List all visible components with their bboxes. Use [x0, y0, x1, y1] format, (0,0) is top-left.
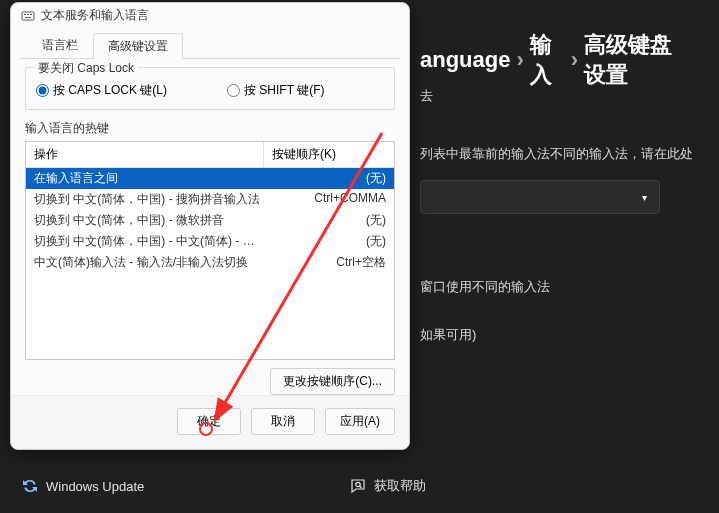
capslock-group: 要关闭 Caps Lock 按 CAPS LOCK 键(L) 按 SHIFT 键… — [25, 67, 395, 110]
radio-shift-input[interactable] — [227, 84, 240, 97]
input-method-dropdown[interactable]: ▾ — [420, 180, 660, 214]
dialog-tabs: 语言栏 高级键设置 — [19, 28, 401, 59]
bg-fragment: 如果可用) — [420, 326, 476, 344]
row-key: (无) — [264, 212, 386, 229]
list-row[interactable]: 切换到 中文(简体，中国) - 搜狗拼音输入法 Ctrl+COMMA — [26, 189, 394, 210]
row-action: 切换到 中文(简体，中国) - 搜狗拼音输入法 — [34, 191, 264, 208]
breadcrumb-input[interactable]: 输入 — [530, 30, 565, 90]
svg-rect-4 — [30, 14, 32, 15]
apply-button[interactable]: 应用(A) — [325, 408, 395, 435]
hotkeys-list[interactable]: 操作 按键顺序(K) 在输入语言之间 (无) 切换到 中文(简体，中国) - 搜… — [25, 141, 395, 360]
tab-language-bar[interactable]: 语言栏 — [27, 32, 93, 58]
row-action: 切换到 中文(简体，中国) - 微软拼音 — [34, 212, 264, 229]
list-row[interactable]: 切换到 中文(简体，中国) - 微软拼音 (无) — [26, 210, 394, 231]
cancel-button[interactable]: 取消 — [251, 408, 315, 435]
dialog-actions: 确定 取消 应用(A) — [11, 395, 409, 449]
svg-rect-5 — [25, 17, 31, 18]
col-action-header[interactable]: 操作 — [26, 142, 264, 167]
svg-rect-2 — [24, 14, 26, 15]
dialog-titlebar: 文本服务和输入语言 — [11, 3, 409, 26]
radio-capslock-label: 按 CAPS LOCK 键(L) — [53, 82, 167, 99]
dialog-title: 文本服务和输入语言 — [41, 7, 149, 24]
list-row[interactable]: 切换到 中文(简体，中国) - 中文(简体) - 手心输入法 (无) — [26, 231, 394, 252]
breadcrumb-sep: › — [516, 47, 523, 73]
row-action: 在输入语言之间 — [34, 170, 264, 187]
app-icon — [21, 9, 35, 23]
col-key-header[interactable]: 按键顺序(K) — [264, 142, 394, 167]
svg-rect-1 — [22, 12, 34, 20]
windows-update-label: Windows Update — [46, 479, 144, 494]
annotation-circle — [199, 422, 213, 436]
row-action: 中文(简体)输入法 - 输入法/非输入法切换 — [34, 254, 264, 271]
radio-capslock-input[interactable] — [36, 84, 49, 97]
row-key: (无) — [264, 233, 386, 250]
breadcrumb-sep: › — [571, 47, 578, 73]
list-row[interactable]: 中文(简体)输入法 - 输入法/非输入法切换 Ctrl+空格 — [26, 252, 394, 273]
radio-capslock[interactable]: 按 CAPS LOCK 键(L) — [36, 82, 167, 99]
row-key: (无) — [264, 170, 386, 187]
get-help-label: 获取帮助 — [374, 477, 426, 495]
get-help-link[interactable]: 获取帮助 — [350, 477, 426, 495]
radio-shift-label: 按 SHIFT 键(F) — [244, 82, 324, 99]
text-services-dialog: 文本服务和输入语言 语言栏 高级键设置 要关闭 Caps Lock 按 CAPS… — [10, 2, 410, 450]
breadcrumb: anguage › 输入 › 高级键盘设置 — [420, 30, 689, 90]
tab-advanced-keys[interactable]: 高级键设置 — [93, 33, 183, 59]
row-key: Ctrl+空格 — [264, 254, 386, 271]
help-icon — [350, 478, 366, 494]
windows-update-link[interactable]: Windows Update — [22, 478, 144, 494]
bg-fragment: 列表中最靠前的输入法不同的输入法，请在此处 — [420, 145, 693, 163]
change-key-sequence-button[interactable]: 更改按键顺序(C)... — [270, 368, 395, 395]
bg-fragment: 去 — [420, 87, 433, 105]
chevron-down-icon: ▾ — [642, 192, 647, 203]
radio-shift[interactable]: 按 SHIFT 键(F) — [227, 82, 324, 99]
bottom-help-bar: Windows Update 获取帮助 — [22, 477, 719, 495]
sync-icon — [22, 478, 38, 494]
list-header: 操作 按键顺序(K) — [26, 142, 394, 168]
breadcrumb-language[interactable]: anguage — [420, 47, 510, 73]
capslock-group-label: 要关闭 Caps Lock — [34, 60, 138, 77]
svg-rect-3 — [27, 14, 29, 15]
list-row[interactable]: 在输入语言之间 (无) — [26, 168, 394, 189]
row-key: Ctrl+COMMA — [264, 191, 386, 208]
breadcrumb-advanced: 高级键盘设置 — [584, 30, 689, 90]
bg-fragment: 窗口使用不同的输入法 — [420, 278, 550, 296]
row-action: 切换到 中文(简体，中国) - 中文(简体) - 手心输入法 — [34, 233, 264, 250]
hotkeys-section-label: 输入语言的热键 — [25, 120, 395, 137]
